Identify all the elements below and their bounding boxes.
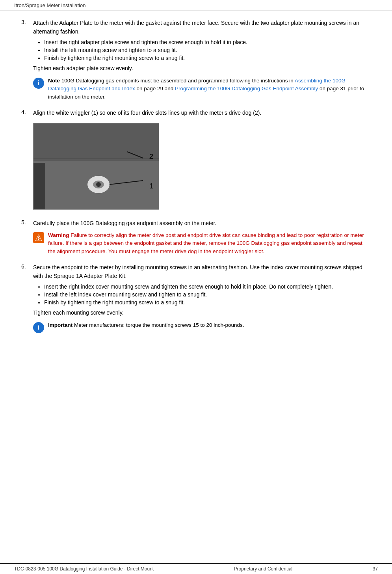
step-3-tighten: Tighten each adapter plate screw evenly. bbox=[33, 64, 371, 73]
bullet-item: Finish by tightening the right mounting … bbox=[44, 55, 371, 61]
step-5: 5. Carefully place the 100G Datalogging … bbox=[21, 219, 371, 259]
header-title: Itron/Sprague Meter Installation bbox=[14, 2, 85, 8]
warning-text: Warning Failure to correctly align the m… bbox=[48, 231, 371, 255]
page-header: Itron/Sprague Meter Installation bbox=[0, 0, 392, 11]
important-label: Important bbox=[48, 322, 72, 328]
important-body: Meter manufacturers: torque the mounting… bbox=[74, 322, 244, 328]
bullet-item: Finish by tightening the right mounting … bbox=[44, 299, 371, 306]
page-content: 3. Attach the Adapter Plate to the meter… bbox=[0, 11, 392, 563]
step-4: 4. Align the white wriggler (1) so one o… bbox=[21, 109, 371, 215]
warning-label: Warning bbox=[48, 232, 69, 238]
warning-icon bbox=[33, 232, 44, 243]
lightning-icon bbox=[35, 234, 42, 241]
footer-center: Proprietary and Confidential bbox=[154, 566, 372, 572]
step-6: 6. Secure the endpoint to the meter by i… bbox=[21, 263, 371, 337]
image-block: 2 1 bbox=[33, 123, 371, 210]
bullet-item: Install the left mounting screw and tigh… bbox=[44, 47, 371, 53]
step-6-bullets: Insert the right index cover mounting sc… bbox=[33, 283, 371, 306]
step-5-text: Carefully place the 100G Datalogging gas… bbox=[33, 219, 371, 228]
note-label: Note bbox=[48, 78, 60, 84]
meter-svg bbox=[33, 123, 159, 210]
step-3-bullets: Insert the right adapter plate screw and… bbox=[33, 39, 371, 61]
step-5-number: 5. bbox=[21, 219, 30, 226]
bullet-item: Insert the right index cover mounting sc… bbox=[44, 283, 371, 290]
meter-image: 2 1 bbox=[33, 123, 159, 210]
step-6-content: Secure the endpoint to the meter by inst… bbox=[33, 263, 371, 337]
step-6-text: Secure the endpoint to the meter by inst… bbox=[33, 263, 371, 280]
step-4-content: Align the white wriggler (1) so one of i… bbox=[33, 109, 371, 215]
note-block-3: i Note 100G Datalogging gas endpoints mu… bbox=[33, 77, 371, 101]
step-6-number: 6. bbox=[21, 263, 30, 270]
warning-block: Warning Failure to correctly align the m… bbox=[33, 231, 371, 255]
bullet-item: Install the left index cover mounting sc… bbox=[44, 291, 371, 298]
svg-point-7 bbox=[96, 182, 101, 187]
step-3-number: 3. bbox=[21, 19, 30, 25]
step-4-number: 4. bbox=[21, 109, 30, 115]
meter-image-placeholder: 2 1 bbox=[33, 123, 159, 209]
image-label-1: 1 bbox=[149, 182, 153, 190]
important-icon: i bbox=[33, 322, 44, 333]
step-5-content: Carefully place the 100G Datalogging gas… bbox=[33, 219, 371, 259]
step-3-text: Attach the Adapter Plate to the meter wi… bbox=[33, 19, 371, 36]
step-3-content: Attach the Adapter Plate to the meter wi… bbox=[33, 19, 371, 105]
step-4-text: Align the white wriggler (1) so one of i… bbox=[33, 109, 371, 117]
svg-rect-8 bbox=[33, 163, 45, 210]
step-3: 3. Attach the Adapter Plate to the meter… bbox=[21, 19, 371, 105]
svg-rect-9 bbox=[33, 123, 159, 161]
footer-left: TDC-0823-005 100G Datalogging Installati… bbox=[14, 566, 154, 572]
note-link-2[interactable]: Programming the 100G Datalogging Gas End… bbox=[175, 86, 318, 91]
footer-right: 37 bbox=[373, 566, 378, 572]
note-text-3: Note 100G Datalogging gas endpoints must… bbox=[48, 77, 371, 101]
image-label-2: 2 bbox=[149, 153, 153, 161]
warning-body: Failure to correctly align the meter dri… bbox=[48, 232, 364, 254]
page-footer: TDC-0823-005 100G Datalogging Installati… bbox=[0, 563, 392, 574]
step-6-tighten: Tighten each mounting screw evenly. bbox=[33, 309, 371, 317]
important-text: Important Meter manufacturers: torque th… bbox=[48, 321, 244, 329]
note-icon: i bbox=[33, 78, 44, 89]
important-block: i Important Meter manufacturers: torque … bbox=[33, 321, 371, 333]
bullet-item: Insert the right adapter plate screw and… bbox=[44, 39, 371, 45]
